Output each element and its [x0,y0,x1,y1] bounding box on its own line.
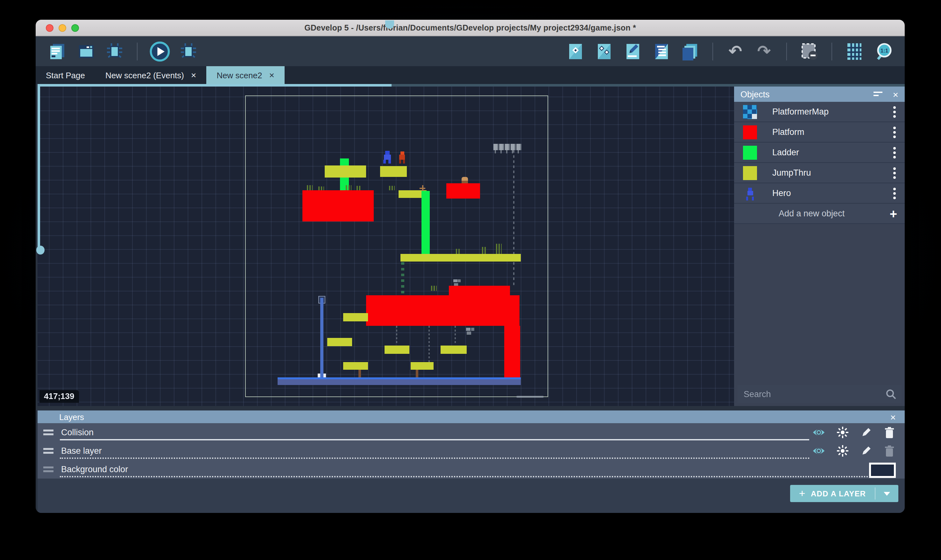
scene-block-grass[interactable] [456,249,461,254]
scene-window-icon[interactable] [76,41,96,62]
scene-block-grass[interactable] [431,286,437,291]
vertical-scrollbar-knob[interactable] [36,246,45,255]
scene-block-jumpthru[interactable] [380,166,407,177]
edit-object-icon[interactable] [565,41,586,62]
scene-block-platform[interactable] [504,326,520,377]
grid-icon[interactable] [844,41,865,62]
debug-preview-icon[interactable] [178,41,199,62]
scene-block-pole[interactable] [320,298,323,378]
delete-layer-trash-icon[interactable] [883,426,896,439]
chevron-down-icon[interactable] [875,492,898,495]
drag-handle-icon[interactable] [43,429,54,435]
drag-handle-icon[interactable] [43,448,54,454]
close-tab-icon[interactable] [191,71,196,80]
scene-block-bricks[interactable] [466,328,474,335]
drag-handle-icon[interactable] [43,466,54,472]
layer-row-background-color[interactable]: Background color [38,460,905,478]
vertical-scrollbar-thumb[interactable] [38,86,40,250]
scene-block-chain[interactable] [428,326,430,362]
object-menu-icon[interactable] [891,165,898,181]
effects-icon[interactable] [836,445,849,457]
scene-block-jumpthru[interactable] [400,254,521,262]
close-layers-panel-icon[interactable]: × [890,412,896,422]
edit-scene-icon[interactable] [623,41,643,62]
scene-block-platform[interactable] [302,190,374,222]
close-objects-panel-icon[interactable]: × [893,89,898,99]
object-menu-icon[interactable] [891,144,898,161]
tab-new-scene2-events[interactable]: New scene2 (Events) [95,66,206,84]
scene-block-grass[interactable] [346,185,351,190]
scene-block-jumpthru[interactable] [385,346,410,354]
edit-objects-icon[interactable] [594,41,614,62]
scene-block-stem[interactable] [416,370,418,378]
scene-block-grass[interactable] [496,244,502,254]
scene-block-bricks[interactable] [453,279,461,286]
scene-canvas[interactable]: 417;139 [38,86,734,406]
search-input[interactable] [742,389,886,399]
filter-icon[interactable] [873,91,884,97]
project-manager-icon[interactable] [47,41,68,62]
layers-stack-icon[interactable] [680,41,700,62]
undo-icon[interactable] [725,41,745,62]
scene-block-grass[interactable] [357,186,362,190]
visibility-eye-icon[interactable] [812,426,825,439]
object-row-jumpthru[interactable]: JumpThru [734,163,905,183]
scene-block-jumpthru[interactable] [325,165,366,177]
deselect-icon[interactable] [799,41,819,62]
scene-block-platform[interactable] [446,183,480,198]
object-row-platformermap[interactable]: PlatformerMap [734,102,905,122]
scene-block-dash-green[interactable] [401,262,404,300]
object-row-platform[interactable]: Platform [734,122,905,143]
scene-block-ladder[interactable] [422,191,430,255]
scene-block-platform[interactable] [449,286,510,296]
layer-row-base-layer[interactable]: Base layer [38,442,905,460]
scene-block-stem[interactable] [359,370,361,378]
scene-block-dash-gray[interactable] [513,150,514,285]
edit-events-icon[interactable] [651,41,672,62]
zoom-1to1-icon[interactable]: 1:1 [873,41,893,62]
edit-layer-pencil-icon[interactable] [859,445,872,457]
scene-block-imp[interactable] [399,151,405,163]
object-menu-icon[interactable] [891,124,898,140]
horizontal-scrollbar-knob[interactable] [385,20,394,29]
add-layer-button[interactable]: ADD A LAYER [790,485,898,502]
scene-block-bridge[interactable] [493,144,521,150]
minimize-window-button[interactable] [59,24,66,32]
scene-block-jumpthru[interactable] [343,362,368,370]
scene-block-grass[interactable] [482,247,487,254]
object-row-hero[interactable]: Hero [734,183,905,204]
object-menu-icon[interactable] [891,185,898,202]
tab-new-scene2[interactable]: New scene2 [206,66,284,84]
scene-block-grass[interactable] [389,186,395,190]
scene-block-grass[interactable] [307,185,313,190]
debugger-icon[interactable] [105,41,125,62]
effects-icon[interactable] [836,426,849,439]
scene-block-jumpthru[interactable] [343,313,368,322]
visibility-eye-icon[interactable] [812,445,825,457]
scene-block-platform[interactable] [366,295,519,326]
object-menu-icon[interactable] [891,103,898,120]
redo-icon[interactable] [754,41,774,62]
zoom-window-button[interactable] [71,24,79,32]
scene-block-jumpthru[interactable] [411,362,434,370]
object-row-ladder[interactable]: Ladder [734,143,905,163]
scene-block-chain[interactable] [396,326,397,345]
scene-block-jumpthru[interactable] [327,338,352,346]
scene-block-plus[interactable] [420,185,425,191]
close-tab-icon[interactable] [269,71,274,80]
background-color-swatch[interactable] [869,462,896,478]
add-new-object-button[interactable]: Add a new object [734,204,905,224]
tab-start-page[interactable]: Start Page [35,66,95,84]
scene-block-floor[interactable] [277,377,521,385]
horizontal-scrollbar-thumb[interactable] [38,84,391,86]
layer-row-collision[interactable]: Collision [38,423,905,442]
scene-block-chain[interactable] [454,326,456,345]
edit-layer-pencil-icon[interactable] [859,426,872,439]
scene-block-hero[interactable] [383,151,391,163]
scene-block-grass[interactable] [318,186,324,190]
scene-block-jumpthru[interactable] [440,346,467,354]
horizontal-scrollbar[interactable] [38,84,905,86]
object-search-field[interactable] [737,385,901,403]
preview-play-icon[interactable] [149,41,170,62]
scene-block-mushroom[interactable] [462,177,468,183]
